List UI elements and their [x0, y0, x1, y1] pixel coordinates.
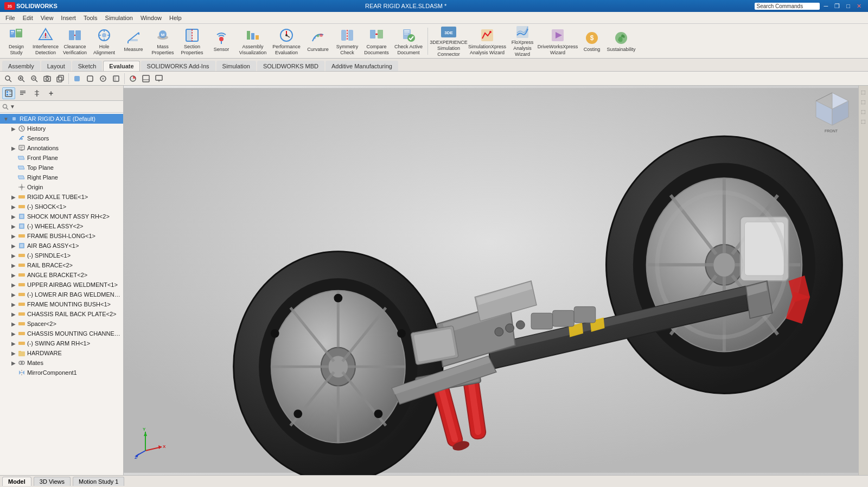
toolbar-clearance-verification[interactable]: ClearanceVerification	[61, 25, 89, 57]
tree-item-mates[interactable]: ▶ Mates	[0, 358, 123, 368]
toolbar-simulationxpress[interactable]: SimulationXpressAnalysis Wizard	[468, 25, 506, 57]
tree-item-top-plane[interactable]: Top Plane	[0, 163, 123, 172]
panel-tab-plus[interactable]: +	[44, 87, 58, 99]
tree-item-spacer[interactable]: ▶ Spacer<2>	[0, 319, 123, 329]
restore-btn[interactable]: ❐	[832, 3, 842, 10]
menu-item-help[interactable]: Help	[166, 14, 185, 22]
tree-expand-upper-airbag[interactable]: ▶	[10, 282, 17, 288]
tree-expand-swing-arm[interactable]: ▶	[10, 341, 17, 347]
toolbar-mass-properties[interactable]: M MassProperties	[149, 25, 177, 57]
view-cube[interactable]: FRONT	[810, 90, 854, 134]
right-panel-btn-2[interactable]: ⬚	[859, 98, 868, 106]
tree-expand-chassis-rail[interactable]: ▶	[10, 311, 17, 317]
tree-expand-angle-bracket[interactable]: ▶	[10, 272, 17, 278]
wireframe-icon[interactable]	[84, 73, 96, 85]
tab-sketch[interactable]: Sketch	[72, 61, 103, 71]
toolbar-costing[interactable]: $ Costing	[578, 25, 606, 57]
display-section-icon[interactable]	[110, 73, 122, 85]
toolbar-performance-evaluation[interactable]: PerformanceEvaluation	[270, 25, 303, 57]
maximize-btn[interactable]: □	[844, 3, 852, 9]
tree-expand-mates[interactable]: ▶	[10, 360, 17, 366]
tree-item-spindle[interactable]: ▶ (-) SPINDLE<1>	[0, 251, 123, 260]
tree-item-shock[interactable]: ▶ (-) SHOCK<1>	[0, 202, 123, 212]
filter-dropdown[interactable]: ▼	[10, 104, 15, 110]
toolbar-driveworks[interactable]: DriveWorksXpressWizard	[539, 25, 577, 57]
tree-item-frame-mounting[interactable]: ▶ FRAME MOUNTING BUSH<1>	[0, 299, 123, 309]
tree-item-swing-arm[interactable]: ▶ (-) SWING ARM RH<1>	[0, 338, 123, 348]
menu-item-file[interactable]: File	[2, 14, 18, 22]
menu-item-insert[interactable]: Insert	[58, 14, 79, 22]
tree-item-chassis-rail[interactable]: ▶ CHASSIS RAIL BACK PLATE<2>	[0, 309, 123, 319]
tree-item-lower-air-bag[interactable]: ▶ (-) LOWER AIR BAG WELDMENT-RH<2>	[0, 290, 123, 299]
view-search-icon[interactable]	[2, 73, 14, 85]
tree-expand-history[interactable]: ▶	[10, 126, 17, 132]
tree-item-sensors[interactable]: Sensors	[0, 133, 123, 143]
scene-icon[interactable]	[140, 73, 152, 85]
close-btn[interactable]: ✕	[854, 3, 864, 10]
tab-layout[interactable]: Layout	[41, 61, 71, 71]
tree-item-upper-airbag[interactable]: ▶ UPPER AIRBAG WELDMENT<1>	[0, 280, 123, 290]
tab-assembly[interactable]: Assembly	[2, 61, 40, 71]
panel-tab-properties[interactable]	[16, 87, 29, 99]
tree-expand-shock-mount[interactable]: ▶	[10, 214, 17, 220]
tree-item-mirror[interactable]: MirrorComponent1	[0, 368, 123, 377]
toolbar-interference-detection[interactable]: InterferenceDetection	[31, 25, 60, 57]
tree-item-root[interactable]: ▼ REAR RIGID AXLE (Default)	[0, 114, 123, 124]
tree-item-front-plane[interactable]: Front Plane	[0, 153, 123, 163]
tab-simulation[interactable]: Simulation	[216, 61, 256, 71]
tree-item-annotations[interactable]: ▶ Annotations	[0, 143, 123, 153]
tree-item-chassis-mounting[interactable]: ▶ CHASSIS MOUNTING CHANNEL<1>	[0, 329, 123, 338]
menu-item-simulation[interactable]: Simulation	[102, 14, 136, 22]
tree-item-angle-bracket[interactable]: ▶ ANGLE BRACKET<2>	[0, 270, 123, 280]
tree-expand-lower-air-bag[interactable]: ▶	[10, 292, 17, 298]
3d-viewport[interactable]: X Y Z FRONT	[124, 86, 858, 475]
display-style-icon[interactable]	[97, 73, 109, 85]
panel-tab-config[interactable]	[30, 87, 43, 99]
tab-sw-addins[interactable]: SOLIDWORKS Add-Ins	[141, 61, 215, 71]
tree-expand-shock[interactable]: ▶	[10, 204, 17, 210]
toolbar-3dexperience[interactable]: 3DE 3DEXPERIENCESimulationConnector	[430, 25, 467, 57]
toolbar-measure[interactable]: Measure	[119, 25, 148, 57]
toolbar-curvature[interactable]: Curvature	[304, 25, 332, 57]
tab-evaluate[interactable]: Evaluate	[103, 61, 139, 71]
toolbar-floworks[interactable]: FloXpressAnalysisWizard	[507, 25, 538, 57]
zoom-out-icon[interactable]	[28, 73, 40, 85]
toolbar-assembly-visualization[interactable]: AssemblyVisualization	[237, 25, 269, 57]
tree-item-right-plane[interactable]: Right Plane	[0, 172, 123, 182]
monitor-icon[interactable]	[153, 73, 165, 85]
right-panel-btn-1[interactable]: ⬚	[859, 88, 868, 97]
bottom-tab-motion-study[interactable]: Motion Study 1	[73, 477, 124, 486]
tree-expand-spacer[interactable]: ▶	[10, 321, 17, 327]
tree-item-frame-bush[interactable]: ▶ FRAME BUSH-LONG<1>	[0, 231, 123, 241]
bottom-tab-model[interactable]: Model	[2, 477, 31, 486]
zoom-in-icon[interactable]	[15, 73, 27, 85]
toolbar-design-study[interactable]: DesignStudy	[2, 25, 30, 57]
tree-expand-root[interactable]: ▼	[2, 116, 10, 122]
menu-item-edit[interactable]: Edit	[20, 14, 36, 22]
tree-item-air-bag[interactable]: ▶ AIR BAG ASSY<1>	[0, 241, 123, 251]
tree-expand-air-bag[interactable]: ▶	[10, 243, 17, 249]
tree-expand-frame-mounting[interactable]: ▶	[10, 302, 17, 307]
toolbar-section-properties[interactable]: SectionProperties	[178, 25, 206, 57]
tree-item-hardware[interactable]: ▶ HARDWARE	[0, 348, 123, 358]
tree-item-rail-brace[interactable]: ▶ RAIL BRACE<2>	[0, 260, 123, 270]
tree-expand-rail-brace[interactable]: ▶	[10, 262, 17, 268]
tree-expand-hardware[interactable]: ▶	[10, 350, 17, 356]
toolbar-symmetry-check[interactable]: SymmetryCheck	[333, 25, 361, 57]
menu-item-tools[interactable]: Tools	[80, 14, 101, 22]
camera-icon[interactable]	[41, 73, 53, 85]
menu-item-view[interactable]: View	[37, 14, 57, 22]
tree-expand-rigid-axle[interactable]: ▶	[10, 194, 17, 200]
shaded-icon[interactable]	[71, 73, 83, 85]
right-panel-btn-4[interactable]: ⬚	[859, 117, 868, 126]
color-scheme-icon[interactable]	[127, 73, 139, 85]
menu-item-window[interactable]: Window	[137, 14, 165, 22]
tree-expand-frame-bush[interactable]: ▶	[10, 233, 17, 239]
tree-expand-chassis-mounting[interactable]: ▶	[10, 331, 17, 337]
tab-additive[interactable]: Additive Manufacturing	[326, 61, 398, 71]
minimize-btn[interactable]: ─	[822, 3, 831, 9]
view-cube-icon[interactable]	[54, 73, 66, 85]
toolbar-hole-alignment[interactable]: HoleAlignment	[90, 25, 118, 57]
right-panel-btn-3[interactable]: ⬚	[859, 107, 868, 116]
bottom-tab-3d-views[interactable]: 3D Views	[34, 477, 71, 486]
